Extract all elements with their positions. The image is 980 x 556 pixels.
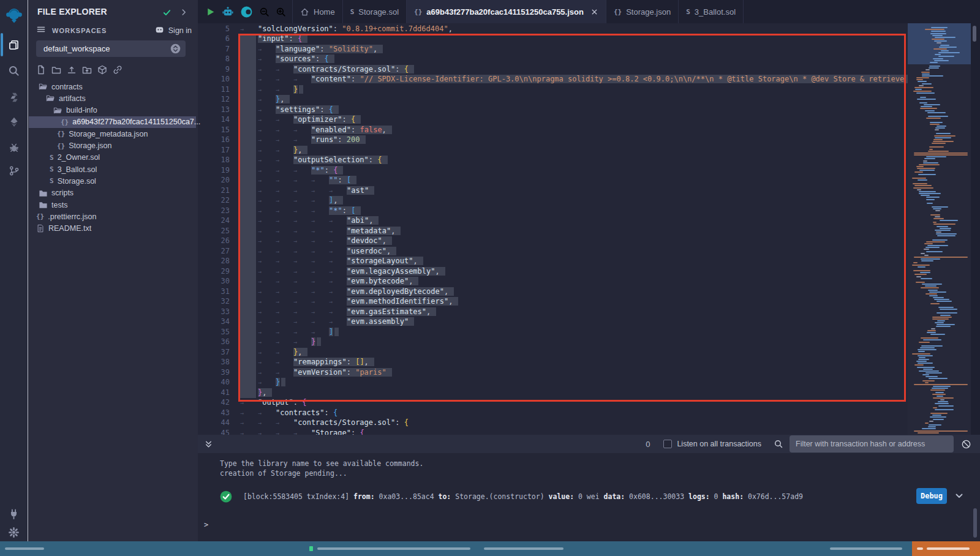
new-folder-icon[interactable] (51, 65, 61, 75)
code-line: 9 →→→"contracts/Storage.sol": { (198, 64, 908, 75)
status-badge[interactable] (912, 541, 980, 556)
tree-item[interactable]: S2_Owner.sol (29, 152, 196, 163)
tree-item[interactable]: build-info (29, 105, 196, 116)
code-line: 6 →"input": { (198, 34, 908, 44)
listen-all-checkbox[interactable] (663, 440, 672, 448)
terminal-collapse-icon[interactable] (204, 440, 213, 449)
new-file-icon[interactable] (36, 65, 46, 75)
code-line: 44 →→→"contracts/Storage.sol": { (198, 418, 908, 428)
editor-scrollbar-thumb[interactable] (973, 26, 976, 42)
code-line: 15 →→→→"enabled": false, (198, 125, 908, 135)
tab-Storage.json[interactable]: {}Storage.json (606, 0, 679, 23)
clear-console-icon[interactable] (961, 439, 971, 449)
tab-a69b43f277ba20fcac141151250ca755.json[interactable]: {}a69b43f277ba20fcac141151250ca755.json (407, 0, 606, 23)
tree-item[interactable]: S3_Ballot.sol (29, 163, 196, 175)
code-line: 8 →→"sources": { (198, 54, 908, 64)
github-icon (154, 24, 165, 37)
terminal-line: Type the library name to see available c… (220, 459, 423, 468)
code-line: 18 →→→"outputSelection": { (198, 155, 908, 165)
tree-item[interactable]: {}Storage_metadata.json (29, 128, 196, 140)
sign-in-button[interactable]: Sign in (154, 24, 192, 37)
activity-item-git[interactable] (0, 160, 28, 181)
code-line: 37 →→→}, (198, 347, 908, 358)
terminal-prompt[interactable]: > (204, 520, 208, 529)
tree-item[interactable]: {}.prettierrc.json (29, 211, 196, 222)
status-bar (0, 541, 980, 556)
activity-item-file-explorer[interactable] (0, 34, 28, 55)
activity-item-solidity-compiler[interactable] (0, 87, 28, 108)
tree-item[interactable]: tests (29, 199, 196, 211)
code-line: 41 →}, (198, 388, 908, 398)
transaction-summary: [block:5583405 txIndex:4] from: 0xa03...… (243, 492, 803, 501)
transaction-filter-input[interactable] (790, 435, 954, 453)
tree-item[interactable]: contracts (29, 81, 196, 92)
status-item (484, 547, 564, 550)
activity-bar (0, 0, 28, 541)
zoom-out-icon[interactable] (259, 7, 270, 17)
terminal-scrollbar-thumb[interactable] (973, 508, 977, 538)
transaction-log-row[interactable]: [block:5583405 txIndex:4] from: 0xa03...… (220, 489, 968, 505)
activity-item-settings[interactable] (0, 522, 28, 543)
panel-title: FILE EXPLORER (37, 7, 107, 17)
tab-Home[interactable]: Home (292, 0, 343, 23)
code-line: 5 →"solcLongVersion": "0.8.19+commit.7dd… (198, 24, 908, 34)
workspace-select[interactable]: default_workspace (36, 40, 186, 57)
workspace-name: default_workspace (43, 44, 110, 53)
tree-item[interactable]: artifacts (29, 92, 196, 104)
minimap[interactable] (908, 23, 971, 435)
toggle-icon[interactable] (240, 6, 253, 18)
code-line: 32 →→→→→→"evm.methodIdentifiers", (198, 296, 908, 307)
search-icon[interactable] (774, 439, 783, 449)
code-line: 19 →→→→"*": { (198, 165, 908, 176)
tree-item[interactable]: {}a69b43f277ba20fcac141151250ca7... (29, 116, 196, 128)
activity-item-plugin-manager[interactable] (0, 503, 28, 524)
activity-item-deploy-run[interactable] (0, 111, 28, 132)
chevron-right-icon[interactable] (179, 8, 188, 19)
check-icon (162, 8, 172, 20)
hamburger-menu-icon[interactable] (36, 24, 46, 37)
tab-Storage.sol[interactable]: SStorage.sol (343, 0, 407, 23)
status-item (317, 547, 470, 550)
import-url-icon[interactable] (113, 65, 123, 75)
tree-item[interactable]: {}Storage.json (29, 140, 196, 152)
tree-item[interactable]: SStorage.sol (29, 175, 196, 187)
success-check-icon (220, 490, 232, 503)
run-icon[interactable] (205, 7, 216, 17)
tree-item[interactable]: README.txt (29, 223, 196, 235)
listen-all-label: Listen on all transactions (677, 440, 761, 448)
code-line: 30 →→→→→→"evm.bytecode", (198, 276, 908, 287)
transaction-count-badge: 0 (646, 440, 650, 449)
upload-folder-icon[interactable] (82, 65, 92, 75)
remix-ide-window: FILE EXPLORER WORKSPACES Sign in default… (0, 0, 980, 556)
tab-3_Ballot.sol[interactable]: S3_Ballot.sol (679, 0, 744, 23)
terminal-panel: 0 Listen on all transactions Type the li… (198, 435, 980, 541)
upload-file-icon[interactable] (67, 65, 77, 75)
close-icon[interactable] (590, 8, 598, 16)
code-editor[interactable]: 4 →"solcVersion": "0.8.19", 5 →"solcLong… (198, 23, 908, 435)
code-line: 26 →→→→→→"devdoc", (198, 236, 908, 246)
zoom-in-icon[interactable] (276, 7, 286, 17)
code-line: 45 →→→→"Storage": { (198, 428, 908, 435)
activity-item-debugger[interactable] (0, 137, 28, 158)
sign-in-label: Sign in (168, 26, 192, 35)
expand-transaction-icon[interactable] (954, 491, 964, 503)
code-line: 36 →→→→} (198, 337, 908, 347)
status-ai-icon (309, 546, 313, 551)
code-line: 11 →→→} (198, 85, 908, 95)
file-explorer-toolbar (36, 65, 123, 75)
debug-button[interactable]: Debug (916, 488, 947, 504)
load-template-icon[interactable] (97, 65, 107, 75)
workspaces-label: WORKSPACES (52, 27, 107, 34)
code-line: 39 →→→"evmVersion": "paris" (198, 367, 908, 378)
editor-tab-bar: Home SStorage.sol {}a69b43f277ba20fcac14… (198, 0, 980, 23)
code-line: 12 →→}, (198, 94, 908, 105)
code-line: 38 →→→"remappings": [], (198, 357, 908, 367)
ai-assistant-icon[interactable] (222, 6, 234, 18)
code-line: 16 →→→→"runs": 200 (198, 135, 908, 145)
code-line: 42 →"output": { (198, 397, 908, 408)
code-line: 35 →→→→→] (198, 327, 908, 337)
activity-item-search[interactable] (0, 60, 28, 81)
tree-item[interactable]: scripts (29, 187, 196, 199)
code-line: 24 →→→→→→"abi", (198, 216, 908, 226)
status-item (830, 547, 902, 550)
